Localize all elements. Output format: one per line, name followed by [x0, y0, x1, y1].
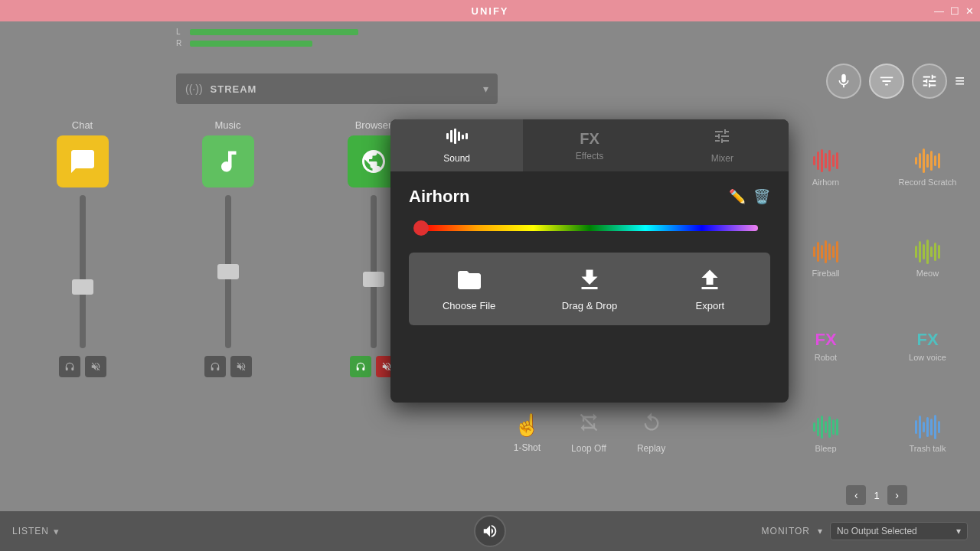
sfx-trash-talk[interactable]: Trash talk: [878, 390, 977, 478]
sfx-airhorn[interactable]: Airhorn: [776, 122, 875, 211]
hamburger-icon[interactable]: ≡: [955, 71, 965, 91]
sound-name: Airhorn: [409, 187, 469, 207]
sound-tab-icon: [446, 127, 468, 150]
right-level-label: R: [176, 39, 185, 47]
pagination-prev-button[interactable]: ‹: [846, 485, 866, 505]
svg-rect-4: [462, 135, 464, 139]
listen-chevron-icon[interactable]: ▾: [54, 526, 59, 537]
bottom-bar: LISTEN ▾ MONITOR ▾ No Output Selected ▾: [0, 511, 980, 551]
left-level-row: L: [176, 28, 498, 36]
modal-tabs: Sound FX Effects Mixer: [390, 119, 789, 171]
microphone-button[interactable]: [826, 64, 861, 99]
volume-button[interactable]: [474, 515, 506, 547]
channel-chat: Chat: [15, 119, 149, 377]
stream-bar[interactable]: ((·)) STREAM ▾: [176, 73, 498, 104]
monitor-section: MONITOR ▾ No Output Selected ▾: [762, 522, 968, 540]
maximize-button[interactable]: ☐: [950, 5, 959, 17]
tab-sound[interactable]: Sound: [390, 119, 523, 171]
sound-modal: Sound FX Effects Mixer Airhorn ✏️: [390, 119, 789, 403]
channel-music-label: Music: [215, 119, 241, 131]
sfx-meow[interactable]: Meow: [878, 214, 977, 303]
drag-drop-label: Drag & Drop: [562, 300, 617, 311]
sfx-bleep[interactable]: Bleep: [776, 390, 875, 478]
chat-footer: [59, 356, 106, 377]
tab-effects-label: Effects: [576, 151, 603, 161]
main-area: L R ((·)) STREAM ▾ ≡ Chat: [0, 21, 980, 551]
modal-content: Airhorn ✏️ 🗑️ Choose File: [390, 171, 789, 341]
music-fader-thumb[interactable]: [217, 264, 239, 279]
meow-label: Meow: [916, 269, 939, 278]
browser-headphone-btn[interactable]: [350, 356, 371, 377]
close-button[interactable]: ✕: [965, 5, 974, 17]
delete-icon[interactable]: 🗑️: [753, 188, 770, 205]
channel-music-button[interactable]: [202, 135, 254, 187]
mixer-tab-icon: [713, 127, 731, 150]
output-label: No Output Selected: [837, 526, 952, 536]
stream-label: STREAM: [211, 83, 475, 95]
tab-effects[interactable]: FX Effects: [523, 119, 655, 171]
file-actions: Choose File Drag & Drop Export: [409, 253, 770, 325]
svg-rect-3: [458, 132, 460, 141]
one-shot-control[interactable]: ☝️ 1-Shot: [514, 412, 541, 453]
channel-browser-label: Browser: [355, 119, 392, 131]
sfx-record-scratch[interactable]: Record Scratch: [878, 122, 977, 211]
record-scratch-label: Record Scratch: [899, 178, 957, 187]
sound-title-actions: ✏️ 🗑️: [729, 188, 770, 205]
listen-section: LISTEN ▾: [12, 526, 59, 537]
chat-mute-btn[interactable]: [85, 356, 106, 377]
channel-chat-label: Chat: [72, 119, 93, 131]
channel-chat-button[interactable]: [57, 135, 109, 187]
low-voice-fx-label: FX: [916, 330, 938, 350]
browser-fader-track: [371, 195, 377, 348]
equalizer-button[interactable]: [869, 64, 904, 99]
minimize-button[interactable]: —: [934, 5, 944, 17]
right-level-bar: [190, 41, 312, 47]
replay-icon: [641, 412, 662, 439]
tab-mixer[interactable]: Mixer: [656, 119, 789, 171]
music-mute-btn[interactable]: [230, 356, 252, 377]
window-controls[interactable]: — ☐ ✕: [934, 5, 974, 17]
rainbow-slider[interactable]: [409, 219, 770, 237]
tab-sound-label: Sound: [443, 153, 470, 164]
replay-control[interactable]: Replay: [637, 412, 665, 454]
music-fader-track: [225, 195, 231, 348]
svg-rect-1: [450, 130, 452, 142]
rainbow-thumb[interactable]: [413, 220, 429, 236]
replay-label: Replay: [637, 443, 665, 454]
sfx-low-voice[interactable]: FX Low voice: [878, 305, 977, 386]
loop-off-icon: [578, 412, 599, 439]
choose-file-button[interactable]: Choose File: [409, 253, 529, 325]
mixer-button[interactable]: [912, 64, 947, 99]
chat-headphone-btn[interactable]: [59, 356, 80, 377]
pagination-current: 1: [874, 490, 879, 501]
edit-icon[interactable]: ✏️: [729, 188, 746, 205]
export-button[interactable]: Export: [650, 253, 770, 325]
pagination-next-button[interactable]: ›: [887, 485, 907, 505]
robot-label: Robot: [815, 353, 837, 362]
sfx-fireball[interactable]: Fireball: [776, 214, 875, 303]
sound-title-row: Airhorn ✏️ 🗑️: [409, 187, 770, 207]
loop-off-control[interactable]: Loop Off: [571, 412, 606, 454]
sfx-grid: Airhorn Record Scratch: [773, 119, 980, 481]
chat-fader-track: [80, 195, 86, 348]
robot-fx-label: FX: [815, 330, 836, 350]
right-level-row: R: [176, 39, 498, 47]
channels: Chat Music: [15, 119, 440, 377]
level-meters: L R: [176, 28, 498, 47]
left-level-bar: [190, 29, 358, 35]
output-select[interactable]: No Output Selected ▾: [830, 522, 968, 540]
chat-fader-thumb[interactable]: [72, 279, 93, 295]
stream-chevron-icon[interactable]: ▾: [483, 83, 488, 95]
export-label: Export: [696, 300, 725, 311]
music-headphone-btn[interactable]: [204, 356, 226, 377]
drag-drop-button[interactable]: Drag & Drop: [529, 253, 649, 325]
right-panel: Airhorn Record Scratch: [773, 119, 980, 510]
browser-fader-thumb[interactable]: [363, 272, 384, 287]
pagination: ‹ 1 ›: [773, 481, 980, 510]
svg-rect-5: [466, 133, 468, 139]
monitor-label: MONITOR: [762, 526, 810, 536]
loop-off-label: Loop Off: [571, 443, 606, 454]
sfx-robot[interactable]: FX Robot: [776, 305, 875, 386]
output-chevron-icon: ▾: [956, 526, 961, 536]
svg-rect-2: [454, 129, 456, 144]
